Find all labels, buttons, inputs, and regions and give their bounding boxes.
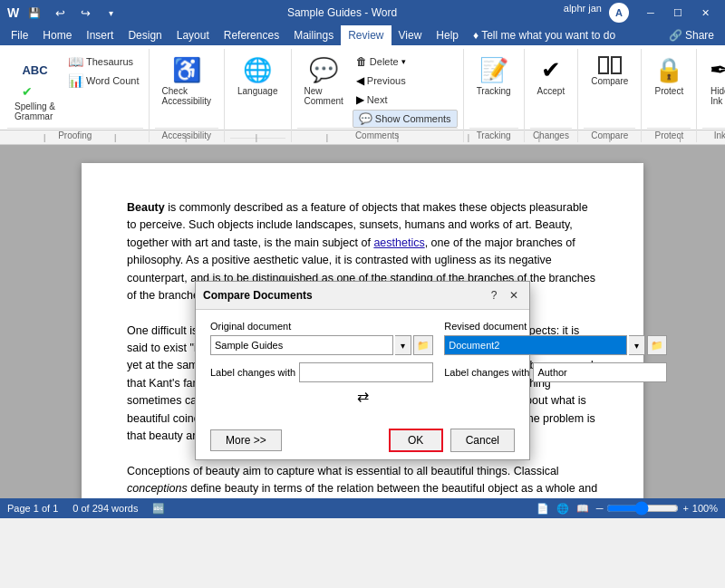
delete-icon: 🗑: [356, 55, 367, 68]
ribbon-delete[interactable]: 🗑 Delete ▾: [353, 53, 458, 71]
ribbon-new-comment[interactable]: 💬 NewComment: [297, 53, 351, 110]
spelling-icon: ABC ✔: [22, 56, 47, 100]
status-right: 📄 🌐 📖 ─ + 100%: [536, 501, 718, 516]
revised-label-row: Label changes with: [444, 362, 667, 382]
original-doc-browse[interactable]: 📁: [413, 335, 433, 355]
zoom-slider[interactable]: [606, 501, 679, 516]
thesaurus-icon: 📖: [68, 54, 83, 69]
status-bar: Page 1 of 1 0 of 294 words 🔤 📄 🌐 📖 ─ + 1…: [0, 498, 725, 518]
document-area: Beauty is commonly described as a featur…: [0, 145, 725, 498]
restore-button[interactable]: ☐: [665, 3, 691, 23]
view-web-icon[interactable]: 🌐: [556, 503, 569, 515]
close-button[interactable]: ✕: [692, 3, 718, 23]
menu-view[interactable]: View: [392, 25, 430, 45]
dialog-title-icons: ? ✕: [486, 287, 522, 304]
swap-icon[interactable]: ⇄: [357, 388, 369, 405]
minimize-button[interactable]: ─: [638, 3, 663, 23]
revised-label-input[interactable]: [533, 362, 667, 382]
menu-bar: File Home Insert Design Layout Reference…: [0, 25, 725, 45]
compare-documents-dialog: Compare Documents ? ✕ Original document …: [195, 281, 530, 460]
word-count-label: Word Count: [86, 75, 140, 86]
ribbon-previous[interactable]: ◀ Previous: [353, 72, 458, 90]
revised-doc-browse[interactable]: 📁: [647, 335, 667, 355]
dialog-original-col: Original document Sample Guides ▾ 📁 Labe…: [210, 321, 433, 382]
menu-layout[interactable]: Layout: [169, 25, 217, 45]
dialog-footer: More >> OK Cancel: [196, 421, 529, 459]
ribbon-check-accessibility[interactable]: ♿ CheckAccessibility: [155, 53, 218, 110]
menu-mailings[interactable]: Mailings: [286, 25, 341, 45]
dialog-help-button[interactable]: ?: [486, 287, 502, 304]
view-read-icon[interactable]: 📖: [576, 503, 589, 515]
revised-doc-arrow[interactable]: ▾: [629, 335, 645, 355]
ribbon-group-language: 🌐 Language: [227, 49, 292, 142]
original-label-input[interactable]: [299, 362, 433, 382]
ribbon-protect[interactable]: 🔒 Protect: [647, 53, 691, 100]
dialog-title: Compare Documents: [203, 289, 313, 302]
ribbon-word-count[interactable]: 📊 Word Count: [64, 72, 143, 90]
title-bar: W 💾 ↩ ↪ ▾ Sample Guides - Word alphr jan…: [0, 0, 725, 25]
word-icon: W: [7, 5, 19, 20]
menu-references[interactable]: References: [217, 25, 286, 45]
status-left: Page 1 of 1 0 of 294 words 🔤: [7, 503, 165, 515]
ribbon-tracking[interactable]: 📝 Tracking: [469, 53, 518, 100]
ribbon-thesaurus[interactable]: 📖 Thesaurus: [64, 53, 143, 71]
ribbon-compare[interactable]: Compare: [584, 53, 635, 90]
ribbon-next[interactable]: ▶ Next: [353, 91, 458, 109]
zoom-in-icon[interactable]: +: [682, 503, 688, 514]
original-doc-select-row: Sample Guides ▾ 📁: [210, 335, 433, 355]
user-name: alphr jan: [564, 3, 602, 23]
menu-review[interactable]: Review: [341, 25, 391, 45]
revised-doc-select-row: Document2 ▾ 📁: [444, 335, 667, 355]
dialog-revised-col: Revised document Document2 ▾ 📁 Label cha…: [444, 321, 667, 382]
label-changes-label2: Label changes with: [444, 367, 529, 378]
ribbon-hide-ink[interactable]: ✒ HideInk: [702, 53, 725, 110]
menu-design[interactable]: Design: [121, 25, 169, 45]
next-icon: ▶: [356, 93, 364, 106]
proofing-status-icon[interactable]: 🔤: [152, 503, 165, 515]
menu-help[interactable]: Help: [429, 25, 466, 45]
menu-share[interactable]: 🔗 Share: [662, 25, 721, 45]
quick-undo[interactable]: ↩: [50, 3, 70, 23]
original-doc-select[interactable]: Sample Guides: [210, 335, 393, 355]
ribbon-accept[interactable]: ✔ Accept: [530, 53, 573, 100]
user-avatar[interactable]: A: [609, 3, 629, 23]
lightbulb-icon: ♦: [473, 29, 478, 42]
revised-doc-select[interactable]: Document2: [444, 335, 627, 355]
quick-redo[interactable]: ↪: [75, 3, 95, 23]
quick-save[interactable]: 💾: [24, 3, 44, 23]
menu-home[interactable]: Home: [35, 25, 79, 45]
menu-insert[interactable]: Insert: [79, 25, 121, 45]
dialog-overlay: Compare Documents ? ✕ Original document …: [0, 145, 725, 498]
previous-icon: ◀: [356, 74, 364, 87]
ribbon-group-changes: ✔ Accept Changes: [527, 49, 579, 142]
ok-button[interactable]: OK: [389, 429, 443, 452]
dialog-title-bar: Compare Documents ? ✕: [196, 282, 529, 310]
original-doc-label: Original document: [210, 321, 433, 332]
ribbon-group-tracking: 📝 Tracking Tracking: [466, 49, 525, 142]
title-bar-left: W 💾 ↩ ↪ ▾: [7, 3, 121, 23]
zoom-out-icon[interactable]: ─: [596, 503, 604, 514]
zoom-level: 100%: [692, 503, 718, 514]
quick-more[interactable]: ▾: [101, 3, 121, 23]
original-doc-arrow[interactable]: ▾: [395, 335, 411, 355]
hide-ink-icon: ✒: [710, 56, 725, 84]
dialog-close-button[interactable]: ✕: [506, 287, 522, 304]
ribbon-language[interactable]: 🌐 Language: [230, 53, 285, 100]
ribbon-group-compare: Compare Compare: [580, 49, 642, 142]
menu-file[interactable]: File: [4, 25, 35, 45]
cancel-button[interactable]: Cancel: [450, 429, 515, 452]
word-info: 0 of 294 words: [72, 503, 138, 514]
ribbon-spelling-grammar[interactable]: ABC ✔ Spelling &Grammar: [7, 53, 63, 125]
revised-doc-label: Revised document: [444, 321, 667, 332]
word-count-icon: 📊: [68, 73, 83, 88]
menu-tell-me[interactable]: ♦ Tell me what you want to do: [466, 25, 623, 45]
tracking-icon: 📝: [479, 56, 508, 84]
more-button[interactable]: More >>: [210, 429, 282, 451]
protect-icon: 🔒: [654, 56, 683, 84]
new-comment-icon: 💬: [309, 56, 338, 84]
view-normal-icon[interactable]: 📄: [536, 503, 549, 515]
show-comments-icon: 💬: [359, 112, 372, 125]
ribbon-group-ink: ✒ HideInk Ink: [699, 49, 725, 142]
ribbon-show-comments[interactable]: 💬 Show Comments: [353, 110, 458, 128]
page-info: Page 1 of 1: [7, 503, 58, 514]
